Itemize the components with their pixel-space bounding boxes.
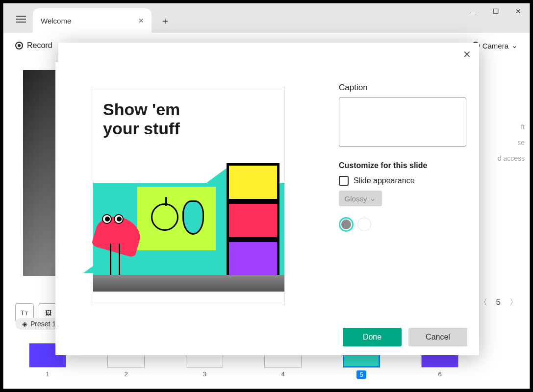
- panel-text: d access: [476, 154, 525, 162]
- chevron-down-icon: ⌄: [511, 41, 518, 50]
- minimize-icon[interactable]: —: [462, 3, 484, 19]
- illustration-watermelon: [95, 212, 149, 276]
- cancel-button[interactable]: Cancel: [408, 328, 467, 346]
- slide-title: Show 'em your stuff: [103, 100, 275, 138]
- chevron-down-icon: ⌄: [370, 194, 376, 203]
- preset-label: Preset 1: [30, 320, 56, 328]
- panel-text: se: [476, 139, 525, 147]
- camera-label: Camera: [482, 42, 508, 50]
- done-button[interactable]: Done: [343, 328, 402, 346]
- close-tab-icon[interactable]: ×: [138, 16, 144, 26]
- pager: 〈 5 〉: [479, 296, 518, 308]
- illustration-panels: [227, 163, 279, 278]
- tab-title: Welcome: [41, 17, 71, 25]
- window-controls: — ☐ ✕: [462, 3, 530, 19]
- record-label: Record: [27, 41, 52, 50]
- app-window: Welcome × ＋ — ☐ ✕ Record Camera ⌄ ft se …: [3, 3, 530, 389]
- caption-label: Caption: [339, 83, 481, 93]
- panel-text: ft: [476, 123, 525, 131]
- slide-appearance-label: Slide appearance: [354, 176, 415, 185]
- slide-settings-modal: ✕ Show 'em your stuff: [58, 43, 479, 355]
- customize-heading: Customize for this slide: [339, 161, 481, 170]
- record-icon: [15, 42, 23, 49]
- menu-icon[interactable]: [11, 9, 31, 29]
- close-window-icon[interactable]: ✕: [507, 3, 530, 19]
- preset-icon: ◈: [22, 320, 27, 328]
- appearance-select-label: Glossy: [345, 195, 367, 203]
- prev-slide-button[interactable]: 〈: [479, 296, 487, 308]
- slide-preview: Show 'em your stuff: [93, 87, 285, 305]
- appearance-select[interactable]: Glossy ⌄: [339, 191, 382, 206]
- color-swatch-selected[interactable]: [339, 217, 354, 232]
- caption-input[interactable]: [339, 98, 466, 147]
- illustration-highlight: [137, 187, 216, 250]
- tab-welcome[interactable]: Welcome ×: [33, 8, 152, 33]
- modal-buttons: Done Cancel: [343, 328, 467, 346]
- slide-form: Caption Customize for this slide Slide a…: [339, 83, 481, 232]
- close-modal-button[interactable]: ✕: [463, 49, 471, 60]
- record-button[interactable]: Record: [15, 41, 52, 50]
- page-number: 5: [496, 297, 501, 307]
- slide-appearance-checkbox[interactable]: [339, 176, 349, 186]
- titlebar: Welcome × ＋ — ☐ ✕: [3, 3, 530, 33]
- new-tab-button[interactable]: ＋: [160, 14, 170, 27]
- maximize-icon[interactable]: ☐: [484, 3, 507, 19]
- color-swatch-blank[interactable]: [357, 218, 371, 231]
- next-slide-button[interactable]: 〉: [509, 296, 518, 308]
